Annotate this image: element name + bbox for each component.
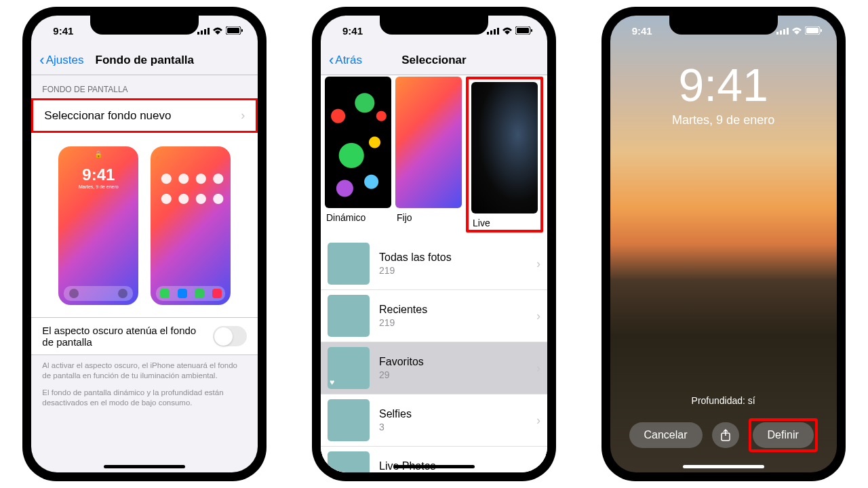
back-button[interactable]: ‹ Atrás (329, 53, 362, 68)
share-icon (720, 429, 731, 441)
svg-rect-6 (241, 29, 243, 32)
svg-rect-10 (497, 28, 499, 35)
back-label: Atrás (335, 54, 362, 67)
wifi-icon (502, 27, 513, 35)
battery-icon (226, 26, 243, 35)
album-row[interactable]: ♥Favoritos29› (321, 342, 547, 394)
status-time: 9:41 (53, 25, 94, 37)
album-row[interactable]: Selfies3› (321, 394, 547, 447)
svg-rect-20 (821, 29, 822, 32)
home-indicator[interactable] (683, 465, 764, 468)
lock-time: 9:41 (610, 62, 837, 108)
notch (669, 16, 778, 35)
status-time: 9:41 (342, 25, 383, 37)
album-name: Favoritos (379, 356, 527, 368)
nav-bar: ‹ Ajustes Fondo de pantalla (31, 45, 258, 75)
tile-dynamic[interactable]: Dinámico (325, 77, 391, 232)
home-screen-preview[interactable] (151, 146, 231, 305)
album-count: 219 (379, 317, 527, 328)
album-row[interactable]: Recientes219› (321, 290, 547, 342)
chevron-left-icon: ‹ (39, 53, 44, 68)
svg-rect-3 (208, 28, 210, 35)
signal-icon (776, 27, 789, 35)
chevron-right-icon: › (536, 257, 540, 271)
album-info: Selfies3 (379, 408, 527, 432)
album-thumb: ♥ (328, 347, 370, 389)
share-button[interactable] (712, 422, 739, 448)
tile-dynamic-thumb (325, 77, 391, 208)
svg-rect-13 (531, 29, 532, 32)
lock-screen-preview[interactable]: 🔒 9:41 Martes, 9 de enero (58, 146, 138, 305)
tile-still-thumb (395, 77, 462, 208)
svg-rect-17 (787, 28, 789, 35)
chevron-right-icon: › (536, 361, 540, 375)
footer-note-1: Al activar el aspecto oscuro, el iPhone … (31, 355, 258, 386)
svg-rect-0 (197, 32, 199, 35)
album-thumb (328, 295, 370, 337)
svg-rect-1 (201, 30, 203, 35)
phone-mockup-2: 9:41 ‹ Atrás Seleccionar Dinámico (312, 7, 556, 481)
dark-dim-row: El aspecto oscuro atenúa el fondo de pan… (31, 318, 258, 355)
tile-dynamic-label: Dinámico (325, 208, 391, 223)
album-row[interactable]: Todas las fotos219› (321, 238, 547, 290)
heart-icon: ♥ (330, 378, 334, 387)
choose-label: Seleccionar fondo nuevo (44, 109, 171, 123)
set-button-highlight: Definir (749, 418, 818, 452)
album-count: 3 (379, 422, 527, 432)
album-name: Todas las fotos (379, 251, 527, 264)
svg-rect-8 (490, 30, 492, 35)
svg-rect-7 (487, 32, 489, 35)
svg-rect-15 (780, 30, 782, 35)
wallpaper-actions: Profundidad: sí Cancelar Definir (610, 395, 837, 452)
dark-dim-label: El aspecto oscuro atenúa el fondo de pan… (42, 325, 213, 348)
battery-icon (515, 26, 532, 35)
cancel-button[interactable]: Cancelar (629, 422, 703, 448)
tile-still-label: Fijo (395, 208, 462, 223)
svg-rect-14 (776, 32, 778, 35)
svg-rect-16 (783, 29, 785, 35)
album-name: Recientes (379, 304, 527, 316)
album-list: Todas las fotos219›Recientes219›♥Favorit… (321, 238, 547, 472)
notch (380, 16, 488, 35)
phone-mockup-3: 9:41 9:41 Martes, 9 de enero Profundidad… (601, 7, 846, 481)
nav-bar: ‹ Atrás Seleccionar (321, 45, 547, 75)
album-count: 219 (379, 265, 527, 276)
chevron-right-icon: › (241, 108, 245, 123)
album-info: Recientes219 (379, 304, 527, 328)
album-thumb (328, 243, 370, 285)
tile-live-thumb (471, 82, 538, 214)
lock-icon: 🔒 (94, 150, 102, 158)
back-label: Ajustes (46, 54, 84, 67)
dark-dim-toggle[interactable] (213, 326, 247, 346)
svg-rect-19 (806, 28, 818, 33)
lock-date: Martes, 9 de enero (610, 113, 837, 127)
preview-time: 9:41 (58, 165, 138, 184)
signal-icon (197, 27, 210, 35)
chevron-left-icon: ‹ (329, 53, 334, 68)
footer-note-2: El fondo de pantalla dinámico y la profu… (31, 386, 258, 413)
home-indicator[interactable] (104, 465, 185, 468)
phone-mockup-1: 9:41 ‹ Ajustes Fondo de pantalla FONDO D… (22, 7, 267, 481)
album-info: Favoritos29 (379, 356, 527, 380)
tile-live-label: Live (471, 214, 538, 228)
set-button[interactable]: Definir (753, 422, 814, 448)
wifi-icon (791, 27, 802, 35)
home-indicator[interactable] (393, 465, 475, 468)
nav-title: Seleccionar (401, 54, 466, 67)
tile-live[interactable]: Live (466, 77, 543, 232)
album-info: Todas las fotos219 (379, 251, 527, 276)
tile-still[interactable]: Fijo (395, 77, 462, 232)
back-button[interactable]: ‹ Ajustes (39, 53, 83, 68)
battery-icon (805, 26, 822, 35)
album-row[interactable]: Live Photos219› (321, 447, 547, 472)
wallpaper-previews: 🔒 9:41 Martes, 9 de enero (31, 133, 258, 318)
category-tiles: Dinámico Fijo Live (321, 75, 547, 232)
nav-title: Fondo de pantalla (96, 54, 194, 67)
album-thumb (328, 451, 370, 472)
chevron-right-icon: › (536, 309, 540, 323)
perspective-label: Profundidad: sí (610, 395, 837, 406)
choose-wallpaper-button[interactable]: Seleccionar fondo nuevo › (31, 98, 258, 133)
chevron-right-icon: › (536, 413, 540, 428)
chevron-right-icon: › (536, 466, 540, 473)
signal-icon (487, 27, 499, 35)
